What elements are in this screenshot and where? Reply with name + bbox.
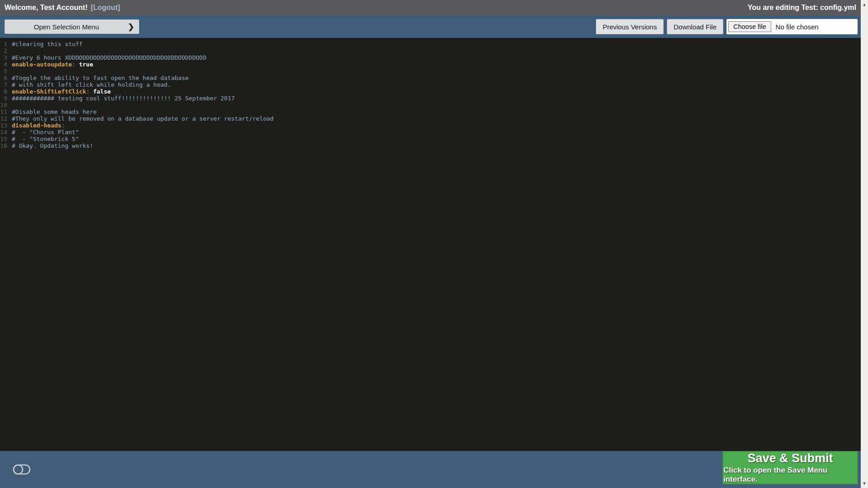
- editing-indicator: You are editing Test: config.yml: [748, 4, 856, 12]
- line-number: 7: [0, 81, 12, 88]
- line-number: 9: [0, 95, 12, 102]
- code-text: [12, 68, 15, 75]
- code-line: 1#clearing this stuff: [0, 41, 861, 47]
- save-submit-subtitle: Click to open the Save Menu interface.: [723, 466, 857, 484]
- code-text: # - "Stonebrick 5": [12, 136, 79, 142]
- code-line: 9############ testing cool stuff!!!!!!!!…: [0, 95, 861, 102]
- toggle-icon[interactable]: [13, 464, 31, 477]
- file-status-text: No file chosen: [776, 23, 819, 31]
- line-number: 13: [0, 122, 12, 129]
- bottom-bar: Save & Submit Click to open the Save Men…: [0, 451, 861, 488]
- code-text: # Okay. Updating works!: [12, 142, 93, 149]
- line-number: 10: [0, 102, 12, 108]
- code-line: 8enable-ShiftLeftClick: false: [0, 88, 861, 95]
- vertical-scrollbar[interactable]: ▲ ▼: [861, 0, 868, 488]
- toolbar: Open Selection Menu ❯ Previous Versions …: [0, 15, 861, 38]
- code-line: 13disabled-heads:: [0, 122, 861, 129]
- line-number: 8: [0, 88, 12, 95]
- line-number: 16: [0, 142, 12, 149]
- code-text: enable-ShiftLeftClick: false: [12, 88, 111, 95]
- welcome-text: Welcome, Test Account!: [5, 4, 88, 12]
- line-number: 14: [0, 129, 12, 136]
- code-text: #Every 6 hours XDDDDDDDDDDDDDDDDDDDDDDDD…: [12, 54, 206, 61]
- code-text: #They only will be removed on a database…: [12, 115, 274, 122]
- line-number: 5: [0, 68, 12, 75]
- line-number: 11: [0, 108, 12, 115]
- toolbar-right-group: Previous Versions Download File Choose f…: [596, 19, 858, 34]
- code-text: # with shift left click while holding a …: [12, 81, 171, 88]
- code-line: 11#Disable some heads here: [0, 108, 861, 115]
- save-submit-button[interactable]: Save & Submit Click to open the Save Men…: [722, 451, 858, 484]
- line-number: 3: [0, 54, 12, 61]
- code-text: enable-autoupdate: true: [12, 61, 93, 68]
- code-text: disabled-heads:: [12, 122, 65, 129]
- open-selection-menu-label: Open Selection Menu: [5, 23, 128, 31]
- open-selection-menu-button[interactable]: Open Selection Menu ❯: [5, 19, 139, 34]
- code-line: 12#They only will be removed on a databa…: [0, 115, 861, 122]
- code-line: 4enable-autoupdate: true: [0, 61, 861, 68]
- code-line: 3#Every 6 hours XDDDDDDDDDDDDDDDDDDDDDDD…: [0, 54, 861, 61]
- code-line: 16# Okay. Updating works!: [0, 142, 861, 149]
- code-line: 10: [0, 102, 861, 108]
- page: Welcome, Test Account! [Logout] You are …: [0, 0, 861, 488]
- code-line: 2: [0, 47, 861, 54]
- code-line: 14# - "Chorus Plant": [0, 129, 861, 136]
- logout-link[interactable]: [Logout]: [91, 4, 120, 12]
- top-bar: Welcome, Test Account! [Logout] You are …: [0, 0, 861, 15]
- code-text: # - "Chorus Plant": [12, 129, 79, 136]
- code-editor[interactable]: 1#clearing this stuff2 3#Every 6 hours X…: [0, 38, 861, 451]
- line-number: 4: [0, 61, 12, 68]
- line-number: 15: [0, 136, 12, 142]
- scroll-up-button[interactable]: ▲: [863, 0, 867, 9]
- chevron-right-icon: ❯: [128, 22, 134, 32]
- code-text: ############ testing cool stuff!!!!!!!!!…: [12, 95, 235, 102]
- code-text: [12, 47, 15, 54]
- save-submit-title: Save & Submit: [747, 451, 833, 465]
- line-number: 2: [0, 47, 12, 54]
- download-file-button[interactable]: Download File: [667, 19, 723, 34]
- code-line: 6#Toggle the ability to fast open the he…: [0, 75, 861, 81]
- code-text: #Toggle the ability to fast open the hea…: [12, 75, 189, 81]
- line-number: 6: [0, 75, 12, 81]
- code-line: 15# - "Stonebrick 5": [0, 136, 861, 142]
- previous-versions-button[interactable]: Previous Versions: [596, 19, 664, 34]
- code-text: [12, 102, 15, 108]
- code-text: #Disable some heads here: [12, 108, 97, 115]
- line-number: 12: [0, 115, 12, 122]
- line-number: 1: [0, 41, 12, 47]
- code-line: 7# with shift left click while holding a…: [0, 81, 861, 88]
- code-line: 5: [0, 68, 861, 75]
- code-text: #clearing this stuff: [12, 41, 83, 47]
- scroll-down-button[interactable]: ▼: [863, 479, 867, 488]
- choose-file-button[interactable]: Choose file: [728, 21, 771, 32]
- file-upload-input[interactable]: Choose file No file chosen: [726, 19, 858, 34]
